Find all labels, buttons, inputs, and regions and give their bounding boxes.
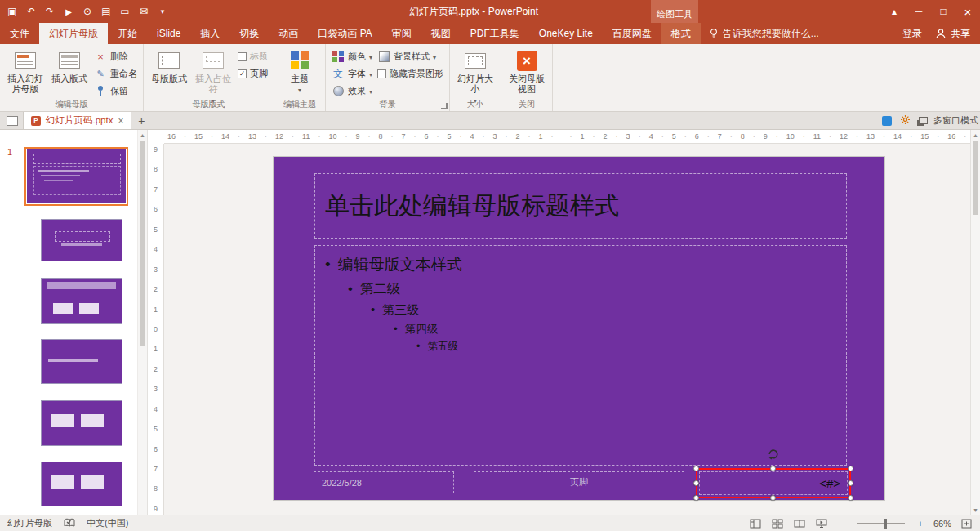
preserve-button[interactable]: 保留 (91, 83, 140, 99)
title-placeholder[interactable]: 单击此处编辑母版标题样式 (314, 173, 847, 239)
ribbon-tab-pdf-tools[interactable]: PDF工具集 (461, 23, 529, 44)
resize-handle-e[interactable] (848, 480, 853, 486)
fit-slide-to-window-button[interactable] (959, 517, 973, 530)
body-bullet-level-4[interactable]: 第四级 (394, 322, 838, 337)
ribbon-tab-view[interactable]: 视图 (421, 23, 461, 44)
ribbon-tab-baidu-netdisk[interactable]: 百度网盘 (603, 23, 662, 44)
more-icon[interactable] (154, 2, 172, 20)
new-slide-icon[interactable] (97, 2, 115, 20)
slide-number-placeholder[interactable]: <#> (696, 468, 851, 498)
slide-sorter-view-button[interactable] (770, 517, 785, 530)
slideshow-icon[interactable] (60, 2, 78, 20)
master-layout-button[interactable]: 母版版式 (147, 47, 191, 84)
slide-thumbnail-2[interactable] (41, 219, 122, 261)
scrollbar-thumb[interactable] (140, 141, 145, 346)
settings-gear-icon[interactable] (900, 114, 911, 127)
ribbon-tab-pocket-animation[interactable]: 口袋动画 PA (308, 23, 381, 44)
main-vertical-scrollbar[interactable] (970, 130, 980, 515)
resize-handle-ne[interactable] (848, 466, 853, 471)
themes-button[interactable]: 主题 (278, 47, 322, 96)
slide-thumbnail-4[interactable] (41, 339, 122, 384)
ribbon-tab-file[interactable]: 文件 (0, 23, 39, 44)
body-placeholder[interactable]: 编辑母版文本样式第二级第三级第四级第五级 (314, 245, 847, 466)
ribbon-tab-home[interactable]: 开始 (108, 23, 147, 44)
tell-me-box[interactable]: 告诉我您想要做什么... (701, 23, 827, 44)
touch-mode-icon[interactable] (78, 2, 96, 20)
slide-master-slide[interactable]: 单击此处编辑母版标题样式 编辑母版文本样式第二级第三级第四级第五级 2022/5… (274, 157, 884, 500)
ribbon-tab-insert[interactable]: 插入 (190, 23, 229, 44)
close-button[interactable] (956, 0, 980, 23)
resize-handle-n[interactable] (770, 466, 776, 471)
new-document-tab-button[interactable] (131, 112, 151, 129)
undo-icon[interactable] (22, 2, 40, 20)
insert-layout-button[interactable]: 插入版式 (47, 47, 91, 84)
thumbnail-panel-scrollbar[interactable] (137, 130, 148, 515)
scrollbar-thumb[interactable] (973, 141, 978, 215)
footer-placeholder[interactable]: 页脚 (474, 471, 684, 493)
zoom-slider[interactable] (858, 523, 905, 524)
body-bullet-level-3[interactable]: 第三级 (371, 302, 838, 318)
close-master-view-button[interactable]: 关闭母版视图 (505, 47, 549, 95)
title-checkbox[interactable]: 标题 (235, 48, 270, 65)
delete-button[interactable]: 删除 (91, 48, 140, 65)
ribbon-tab-slide-master[interactable]: 幻灯片母版 (39, 23, 108, 44)
ribbon-tab-onekey-lite[interactable]: OneKey Lite (529, 23, 603, 44)
close-tab-icon[interactable] (118, 115, 123, 127)
email-icon[interactable] (135, 2, 153, 20)
spell-check-icon[interactable] (64, 518, 75, 529)
footer-checkbox[interactable]: 页脚 (235, 65, 270, 82)
ribbon-tab-review[interactable]: 审阅 (382, 23, 421, 44)
background-styles-button[interactable]: 背景样式 (375, 48, 446, 65)
normal-view-button[interactable] (748, 517, 763, 530)
insert-placeholder-button[interactable]: 插入占位符 (191, 47, 235, 106)
zoom-percentage[interactable]: 66% (933, 519, 951, 529)
zoom-slider-thumb[interactable] (884, 519, 887, 529)
maximize-button[interactable] (931, 0, 956, 23)
ribbon-tab-format[interactable]: 格式 (662, 23, 701, 44)
date-placeholder[interactable]: 2022/5/28 (314, 471, 454, 493)
sign-in-link[interactable]: 登录 (902, 27, 922, 41)
zoom-out-button[interactable] (836, 519, 848, 529)
hide-background-checkbox[interactable]: 隐藏背景图形 (375, 65, 446, 82)
ribbon-tab-transitions[interactable]: 切换 (229, 23, 269, 44)
reading-view-button[interactable] (792, 517, 807, 530)
scroll-up-icon[interactable] (138, 130, 147, 140)
insert-slide-master-button[interactable]: 插入幻灯片母版 (3, 47, 47, 95)
body-bullet-level-1[interactable]: 编辑母版文本样式 (325, 254, 838, 275)
redo-icon[interactable] (41, 2, 59, 20)
share-button[interactable]: 共享 (935, 27, 970, 41)
slide-thumbnail-5[interactable] (41, 400, 122, 446)
resize-handle-se[interactable] (848, 495, 853, 501)
minimize-button[interactable] (906, 0, 931, 23)
open-icon[interactable] (116, 2, 134, 20)
document-tab[interactable]: 幻灯片页码.pptx (23, 112, 131, 129)
ribbon-tab-islide[interactable]: iSlide (147, 23, 190, 44)
effects-button[interactable]: 效果 (329, 83, 375, 99)
plugin-icon[interactable] (882, 116, 892, 126)
scroll-down-icon[interactable] (971, 505, 980, 515)
save-icon[interactable] (3, 2, 21, 20)
body-bullet-level-2[interactable]: 第二级 (348, 280, 838, 298)
resize-handle-s[interactable] (770, 495, 776, 501)
zoom-in-button[interactable] (915, 519, 926, 529)
slide-thumbnail-3[interactable] (41, 278, 122, 324)
body-bullet-level-5[interactable]: 第五级 (416, 340, 838, 354)
colors-button[interactable]: 颜色 (329, 48, 375, 65)
ribbon-tab-animations[interactable]: 动画 (269, 23, 308, 44)
slide-size-button[interactable]: 幻灯片大小 (453, 47, 497, 106)
ribbon-display-options-icon[interactable] (882, 0, 906, 23)
multi-window-mode-button[interactable]: 多窗口模式 (919, 114, 978, 127)
slide-thumbnail-1[interactable] (24, 147, 128, 206)
resize-handle-sw[interactable] (693, 495, 699, 501)
rotation-handle[interactable] (766, 447, 781, 462)
ruler-number: 9 (764, 132, 768, 141)
resize-handle-nw[interactable] (693, 466, 699, 471)
document-view-icon[interactable] (7, 116, 18, 126)
fonts-button[interactable]: 字体 (329, 65, 375, 82)
resize-handle-w[interactable] (693, 480, 699, 486)
scroll-up-icon[interactable] (971, 130, 980, 140)
slide-thumbnail-6[interactable] (41, 462, 122, 506)
rename-button[interactable]: 重命名 (91, 65, 140, 82)
slideshow-view-button[interactable] (814, 517, 829, 530)
language-status[interactable]: 中文(中国) (87, 517, 128, 529)
